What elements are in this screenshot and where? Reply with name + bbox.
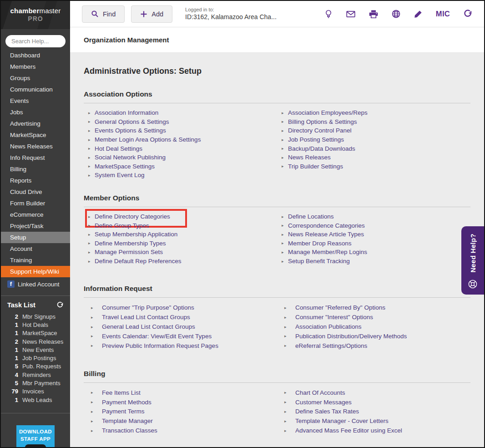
- triangle-bullet-icon: ▸: [282, 111, 285, 115]
- setup-link[interactable]: ▸Setup Membership Application: [88, 230, 277, 239]
- search-help-input[interactable]: [5, 35, 66, 47]
- setup-link[interactable]: ▸Social Network Publishing: [88, 153, 277, 162]
- section-rule: [84, 297, 470, 298]
- sidebar-item-linked-account[interactable]: f Linked Account: [1, 277, 70, 291]
- setup-link[interactable]: ▸Fee Items List: [88, 388, 277, 397]
- setup-link[interactable]: ▸Consumer "Trip Purpose" Options: [88, 303, 277, 312]
- setup-link[interactable]: ▸Trip Builder Settings: [282, 162, 470, 171]
- task-list-item[interactable]: 1MarketSpace: [7, 329, 64, 337]
- setup-link[interactable]: ▸Define Locations: [282, 212, 470, 221]
- task-list-item[interactable]: 2Mbr Signups: [7, 312, 64, 321]
- task-list-item[interactable]: 5Mbr Payments: [7, 379, 64, 387]
- task-label: Hot Deals: [22, 321, 48, 328]
- need-help-tab[interactable]: Need Help?: [461, 226, 484, 295]
- sidebar-item-events[interactable]: Events: [1, 95, 70, 107]
- sidebar-item-info-request[interactable]: Info Request: [1, 152, 70, 163]
- setup-link[interactable]: ▸Job Posting Settings: [282, 135, 470, 144]
- sidebar-item-setup[interactable]: Setup: [1, 232, 70, 243]
- sidebar-item-members[interactable]: Members: [1, 61, 70, 72]
- envelope-icon[interactable]: [346, 10, 355, 18]
- setup-link[interactable]: ▸Preview Public Information Request Page…: [88, 341, 277, 351]
- sidebar-item-account[interactable]: Account: [1, 243, 70, 255]
- task-list-item[interactable]: 1Web Leads: [7, 396, 64, 404]
- task-list-item[interactable]: 1Hot Deals: [7, 321, 64, 329]
- task-list-item[interactable]: 2News Releases: [7, 337, 64, 346]
- add-button[interactable]: Add: [131, 5, 172, 23]
- refresh-icon[interactable]: [464, 10, 472, 18]
- download-staff-app-banner[interactable]: DOWNLOAD STAFF APP: [16, 425, 55, 447]
- triangle-bullet-icon: ▸: [91, 428, 94, 433]
- sidebar-item-project-task[interactable]: Project/Task: [1, 220, 70, 232]
- sidebar-item-dashboard[interactable]: Dashboard: [1, 50, 70, 61]
- setup-link[interactable]: ▸Chart Of Accounts: [282, 388, 470, 397]
- setup-link[interactable]: ▸Association Publications: [282, 322, 470, 331]
- setup-link[interactable]: ▸Travel Lead List Contact Groups: [88, 312, 277, 322]
- setup-link[interactable]: ▸MarketSpace Settings: [88, 162, 277, 171]
- setup-link[interactable]: ▸Template Manager - Cover Letters: [282, 416, 470, 426]
- setup-link[interactable]: ▸Define Membership Types: [88, 239, 277, 248]
- sidebar-item-form-builder[interactable]: Form Builder: [1, 198, 70, 209]
- task-refresh-icon[interactable]: [56, 301, 64, 309]
- setup-link[interactable]: ▸Directory Control Panel: [282, 126, 470, 135]
- setup-link[interactable]: ▸eReferral Settings/Options: [282, 341, 470, 351]
- setup-link[interactable]: ▸Manage Permission Sets: [88, 248, 277, 257]
- setup-link[interactable]: ▸Consumer "Referred By" Options: [282, 303, 470, 312]
- task-list-item[interactable]: 79Invoices: [7, 387, 64, 396]
- sidebar-item-support-help-wiki[interactable]: Support Help/Wiki: [1, 266, 70, 277]
- setup-link[interactable]: ▸Payment Methods: [88, 397, 277, 407]
- sidebar-item-marketspace[interactable]: MarketSpace: [1, 129, 70, 141]
- setup-link[interactable]: ▸Manage Member/Rep Logins: [282, 248, 470, 257]
- plus-icon: [140, 10, 147, 18]
- sidebar-item-groups[interactable]: Groups: [1, 72, 70, 84]
- setup-link-label: Chart Of Accounts: [295, 389, 345, 396]
- setup-link[interactable]: ▸Billing Options & Settings: [282, 117, 470, 127]
- task-list-item[interactable]: 1Job Postings: [7, 354, 64, 362]
- setup-link[interactable]: ▸Backup/Data Downloads: [282, 144, 470, 153]
- setup-link[interactable]: ▸Setup Benefit Tracking: [282, 257, 470, 266]
- sidebar-item-news-releases[interactable]: News Releases: [1, 141, 70, 152]
- printer-icon[interactable]: [369, 10, 378, 18]
- setup-link[interactable]: ▸Advanced Mass Fee Editor using Excel: [282, 426, 470, 435]
- setup-link[interactable]: ▸Publication Distribution/Delivery Metho…: [282, 331, 470, 341]
- sidebar-item-advertising[interactable]: Advertising: [1, 118, 70, 129]
- sidebar-item-billing[interactable]: Billing: [1, 163, 70, 175]
- sidebar-item-communication[interactable]: Communication: [1, 84, 70, 95]
- setup-link[interactable]: ▸News Releases: [282, 153, 470, 162]
- setup-link[interactable]: ▸Consumer "Interest" Options: [282, 312, 470, 322]
- sidebar-item-training[interactable]: Training: [1, 255, 70, 266]
- setup-link[interactable]: ▸Events Calendar: View/Edit Event Types: [88, 331, 277, 341]
- sidebar-item-cloud-drive[interactable]: Cloud Drive: [1, 186, 70, 198]
- setup-link[interactable]: ▸Correspondence Categories: [282, 221, 470, 230]
- globe-icon[interactable]: [392, 10, 400, 18]
- setup-link[interactable]: ▸Payment Terms: [88, 407, 277, 417]
- task-label: Job Postings: [22, 355, 56, 361]
- setup-link[interactable]: ▸Hot Deal Settings: [88, 144, 277, 153]
- setup-link[interactable]: ▸Define Group Types: [88, 221, 277, 230]
- mic-label[interactable]: MIC: [436, 10, 450, 18]
- sidebar-item-reports[interactable]: Reports: [1, 175, 70, 186]
- setup-link[interactable]: ▸System Event Log: [88, 171, 277, 180]
- setup-link[interactable]: ▸Transaction Classes: [88, 426, 277, 435]
- setup-link[interactable]: ▸Association Employees/Reps: [282, 108, 470, 117]
- sidebar-item-ecommerce[interactable]: eCommerce: [1, 209, 70, 220]
- triangle-bullet-icon: ▸: [282, 259, 285, 264]
- task-list-item[interactable]: 5Pub. Requests: [7, 362, 64, 371]
- setup-link[interactable]: ▸Customer Messages: [282, 397, 470, 407]
- sidebar-item-jobs[interactable]: Jobs: [1, 107, 70, 118]
- setup-link[interactable]: ▸Define Sales Tax Rates: [282, 407, 470, 417]
- setup-link[interactable]: ▸Association Information: [88, 108, 277, 117]
- find-button[interactable]: Find: [82, 5, 125, 23]
- setup-link[interactable]: ▸Template Manager: [88, 416, 277, 426]
- setup-link[interactable]: ▸News Release Article Types: [282, 230, 470, 239]
- setup-link[interactable]: ▸Define Directory Categories: [88, 212, 277, 221]
- setup-link[interactable]: ▸Define Default Rep Preferences: [88, 257, 277, 266]
- task-list-item[interactable]: 4Reminders: [7, 371, 64, 379]
- setup-link[interactable]: ▸Member Login Area Options & Settings: [88, 135, 277, 144]
- lightbulb-icon[interactable]: [324, 10, 333, 19]
- setup-link[interactable]: ▸Member Drop Reasons: [282, 239, 470, 248]
- setup-link[interactable]: ▸General Options & Settings: [88, 117, 277, 127]
- task-list-item[interactable]: 1New Events: [7, 346, 64, 354]
- setup-link[interactable]: ▸General Lead List Contact Groups: [88, 322, 277, 331]
- pencil-icon[interactable]: [414, 10, 422, 18]
- setup-link[interactable]: ▸Events Options & Settings: [88, 126, 277, 135]
